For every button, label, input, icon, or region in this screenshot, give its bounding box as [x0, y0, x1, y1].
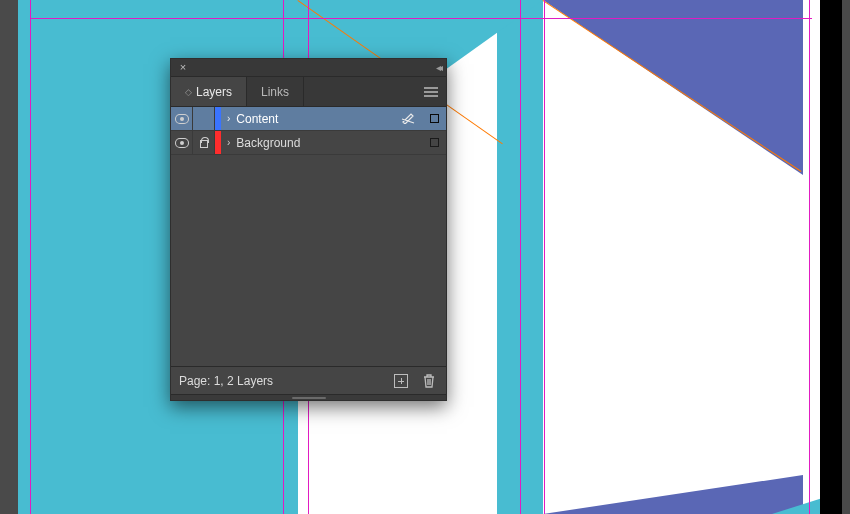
trash-icon	[422, 373, 436, 389]
panel-topbar[interactable]: × ◂◂	[171, 59, 446, 77]
tab-label: Links	[261, 85, 289, 99]
tab-links[interactable]: Links	[247, 77, 304, 106]
lock-icon	[199, 137, 209, 148]
pen-disabled-indicator[interactable]	[396, 131, 422, 154]
footer-status: Page: 1, 2 Layers	[179, 374, 382, 388]
eye-icon	[175, 138, 189, 148]
chevron-right-icon[interactable]: ›	[227, 113, 230, 124]
artwork-shape	[543, 0, 803, 175]
new-layer-icon	[394, 374, 408, 388]
panel-resize-handle[interactable]	[171, 394, 446, 400]
lock-toggle[interactable]	[193, 107, 215, 130]
layer-name: Content	[236, 112, 278, 126]
selection-indicator[interactable]	[422, 131, 446, 154]
new-layer-button[interactable]	[392, 372, 410, 390]
lock-toggle[interactable]	[193, 131, 215, 154]
bleed-edge	[820, 0, 842, 514]
square-icon	[430, 114, 439, 123]
layers-panel[interactable]: × ◂◂ ◇ Layers Links › Content	[170, 58, 447, 401]
visibility-toggle[interactable]	[171, 107, 193, 130]
collapse-panel-icon[interactable]: ◂◂	[436, 62, 440, 73]
selection-indicator[interactable]	[422, 107, 446, 130]
layer-list: › Content › Background	[171, 107, 446, 366]
layer-name-cell[interactable]: › Content	[221, 107, 396, 130]
eye-icon	[175, 114, 189, 124]
delete-layer-button[interactable]	[420, 372, 438, 390]
panel-tabs: ◇ Layers Links	[171, 77, 446, 107]
panel-footer: Page: 1, 2 Layers	[171, 366, 446, 394]
tab-layers[interactable]: ◇ Layers	[171, 77, 247, 106]
chevron-right-icon[interactable]: ›	[227, 137, 230, 148]
tab-label: Layers	[196, 85, 232, 99]
sort-icon: ◇	[185, 87, 192, 97]
pen-slash-icon	[401, 110, 417, 127]
layer-row[interactable]: › Content	[171, 107, 446, 131]
pen-disabled-indicator[interactable]	[396, 107, 422, 130]
close-icon[interactable]: ×	[177, 62, 189, 74]
layer-name-cell[interactable]: › Background	[221, 131, 396, 154]
layer-name: Background	[236, 136, 300, 150]
panel-menu-button[interactable]	[416, 77, 446, 106]
square-icon	[430, 138, 439, 147]
menu-icon	[424, 87, 438, 97]
visibility-toggle[interactable]	[171, 131, 193, 154]
artwork-shape	[543, 475, 803, 514]
layer-row[interactable]: › Background	[171, 131, 446, 155]
